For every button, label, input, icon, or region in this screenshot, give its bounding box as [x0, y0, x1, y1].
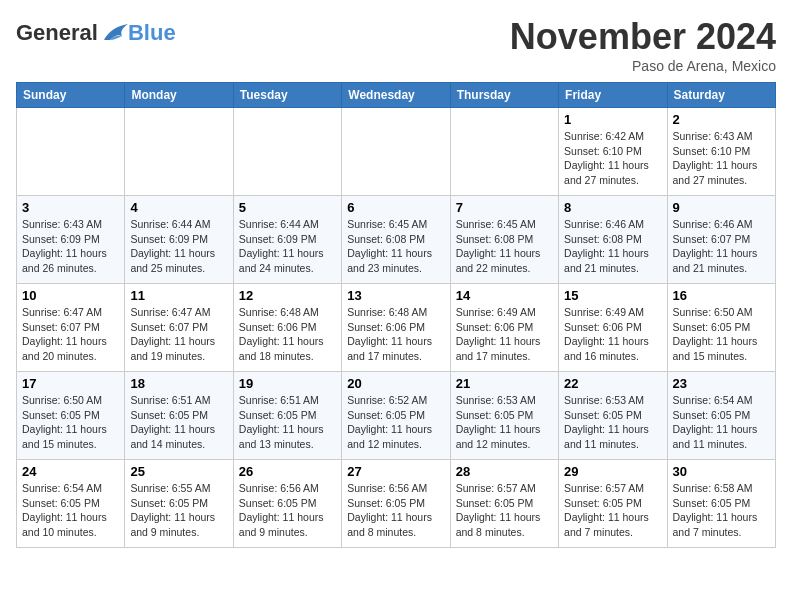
day-info-text: Daylight: 11 hours and 22 minutes. [456, 246, 553, 275]
day-info-text: Daylight: 11 hours and 26 minutes. [22, 246, 119, 275]
day-info-text: Sunrise: 6:49 AM [564, 305, 661, 320]
day-info-text: Sunset: 6:08 PM [456, 232, 553, 247]
calendar-cell: 12Sunrise: 6:48 AMSunset: 6:06 PMDayligh… [233, 284, 341, 372]
calendar-cell: 15Sunrise: 6:49 AMSunset: 6:06 PMDayligh… [559, 284, 667, 372]
month-title: November 2024 [510, 16, 776, 58]
day-info-text: Daylight: 11 hours and 18 minutes. [239, 334, 336, 363]
day-number: 19 [239, 376, 336, 391]
day-info-text: Daylight: 11 hours and 14 minutes. [130, 422, 227, 451]
calendar-week-row: 3Sunrise: 6:43 AMSunset: 6:09 PMDaylight… [17, 196, 776, 284]
day-number: 4 [130, 200, 227, 215]
day-info-text: Sunset: 6:06 PM [347, 320, 444, 335]
header-thursday: Thursday [450, 83, 558, 108]
calendar-week-row: 1Sunrise: 6:42 AMSunset: 6:10 PMDaylight… [17, 108, 776, 196]
day-info-text: Sunset: 6:06 PM [564, 320, 661, 335]
day-info-text: Sunset: 6:05 PM [239, 408, 336, 423]
day-info-text: Sunset: 6:05 PM [347, 496, 444, 511]
title-block: November 2024 Paso de Arena, Mexico [510, 16, 776, 74]
day-info-text: Daylight: 11 hours and 8 minutes. [456, 510, 553, 539]
calendar-cell: 16Sunrise: 6:50 AMSunset: 6:05 PMDayligh… [667, 284, 775, 372]
day-info-text: Sunrise: 6:56 AM [239, 481, 336, 496]
page-header: General Blue November 2024 Paso de Arena… [16, 16, 776, 74]
calendar-cell: 23Sunrise: 6:54 AMSunset: 6:05 PMDayligh… [667, 372, 775, 460]
calendar-header-row: Sunday Monday Tuesday Wednesday Thursday… [17, 83, 776, 108]
day-info-text: Daylight: 11 hours and 10 minutes. [22, 510, 119, 539]
day-number: 24 [22, 464, 119, 479]
day-info-text: Sunset: 6:05 PM [673, 320, 770, 335]
day-info-text: Sunset: 6:10 PM [564, 144, 661, 159]
calendar-cell: 9Sunrise: 6:46 AMSunset: 6:07 PMDaylight… [667, 196, 775, 284]
day-info-text: Daylight: 11 hours and 15 minutes. [673, 334, 770, 363]
calendar-week-row: 17Sunrise: 6:50 AMSunset: 6:05 PMDayligh… [17, 372, 776, 460]
calendar-cell [17, 108, 125, 196]
day-info-text: Sunset: 6:05 PM [673, 408, 770, 423]
logo: General Blue [16, 20, 176, 46]
calendar-cell: 11Sunrise: 6:47 AMSunset: 6:07 PMDayligh… [125, 284, 233, 372]
day-info-text: Sunset: 6:05 PM [673, 496, 770, 511]
day-number: 18 [130, 376, 227, 391]
day-number: 28 [456, 464, 553, 479]
calendar-cell: 3Sunrise: 6:43 AMSunset: 6:09 PMDaylight… [17, 196, 125, 284]
day-info-text: Daylight: 11 hours and 7 minutes. [673, 510, 770, 539]
day-info-text: Sunset: 6:05 PM [347, 408, 444, 423]
location-subtitle: Paso de Arena, Mexico [510, 58, 776, 74]
day-info-text: Daylight: 11 hours and 27 minutes. [564, 158, 661, 187]
day-info-text: Daylight: 11 hours and 21 minutes. [673, 246, 770, 275]
day-number: 15 [564, 288, 661, 303]
day-info-text: Daylight: 11 hours and 15 minutes. [22, 422, 119, 451]
day-number: 25 [130, 464, 227, 479]
logo-blue-text: Blue [128, 20, 176, 46]
day-info-text: Sunset: 6:05 PM [22, 496, 119, 511]
header-sunday: Sunday [17, 83, 125, 108]
header-tuesday: Tuesday [233, 83, 341, 108]
calendar-cell: 17Sunrise: 6:50 AMSunset: 6:05 PMDayligh… [17, 372, 125, 460]
calendar-cell: 1Sunrise: 6:42 AMSunset: 6:10 PMDaylight… [559, 108, 667, 196]
day-info-text: Sunrise: 6:56 AM [347, 481, 444, 496]
day-info-text: Daylight: 11 hours and 12 minutes. [347, 422, 444, 451]
day-number: 5 [239, 200, 336, 215]
day-number: 12 [239, 288, 336, 303]
day-info-text: Daylight: 11 hours and 20 minutes. [22, 334, 119, 363]
day-info-text: Sunrise: 6:58 AM [673, 481, 770, 496]
day-number: 29 [564, 464, 661, 479]
day-number: 26 [239, 464, 336, 479]
day-info-text: Sunset: 6:09 PM [130, 232, 227, 247]
day-info-text: Sunset: 6:05 PM [564, 496, 661, 511]
calendar-cell: 20Sunrise: 6:52 AMSunset: 6:05 PMDayligh… [342, 372, 450, 460]
calendar-cell: 13Sunrise: 6:48 AMSunset: 6:06 PMDayligh… [342, 284, 450, 372]
day-info-text: Daylight: 11 hours and 12 minutes. [456, 422, 553, 451]
day-number: 7 [456, 200, 553, 215]
day-info-text: Sunrise: 6:48 AM [347, 305, 444, 320]
day-info-text: Sunset: 6:05 PM [22, 408, 119, 423]
day-info-text: Sunrise: 6:55 AM [130, 481, 227, 496]
calendar-cell: 30Sunrise: 6:58 AMSunset: 6:05 PMDayligh… [667, 460, 775, 548]
day-number: 21 [456, 376, 553, 391]
day-number: 30 [673, 464, 770, 479]
day-info-text: Sunset: 6:07 PM [22, 320, 119, 335]
calendar-cell: 28Sunrise: 6:57 AMSunset: 6:05 PMDayligh… [450, 460, 558, 548]
calendar-cell: 21Sunrise: 6:53 AMSunset: 6:05 PMDayligh… [450, 372, 558, 460]
day-info-text: Sunrise: 6:46 AM [564, 217, 661, 232]
day-number: 6 [347, 200, 444, 215]
day-number: 9 [673, 200, 770, 215]
day-info-text: Sunrise: 6:51 AM [239, 393, 336, 408]
day-info-text: Daylight: 11 hours and 9 minutes. [130, 510, 227, 539]
day-info-text: Sunrise: 6:45 AM [347, 217, 444, 232]
day-number: 1 [564, 112, 661, 127]
day-info-text: Sunrise: 6:47 AM [22, 305, 119, 320]
calendar-cell: 6Sunrise: 6:45 AMSunset: 6:08 PMDaylight… [342, 196, 450, 284]
day-info-text: Sunset: 6:06 PM [456, 320, 553, 335]
calendar-cell: 29Sunrise: 6:57 AMSunset: 6:05 PMDayligh… [559, 460, 667, 548]
day-info-text: Daylight: 11 hours and 23 minutes. [347, 246, 444, 275]
day-number: 27 [347, 464, 444, 479]
day-info-text: Daylight: 11 hours and 27 minutes. [673, 158, 770, 187]
day-info-text: Sunset: 6:09 PM [239, 232, 336, 247]
calendar-cell: 8Sunrise: 6:46 AMSunset: 6:08 PMDaylight… [559, 196, 667, 284]
day-info-text: Sunrise: 6:52 AM [347, 393, 444, 408]
calendar-cell: 2Sunrise: 6:43 AMSunset: 6:10 PMDaylight… [667, 108, 775, 196]
day-info-text: Sunrise: 6:46 AM [673, 217, 770, 232]
day-info-text: Sunset: 6:05 PM [564, 408, 661, 423]
day-info-text: Sunrise: 6:51 AM [130, 393, 227, 408]
day-info-text: Daylight: 11 hours and 8 minutes. [347, 510, 444, 539]
day-info-text: Sunrise: 6:54 AM [22, 481, 119, 496]
